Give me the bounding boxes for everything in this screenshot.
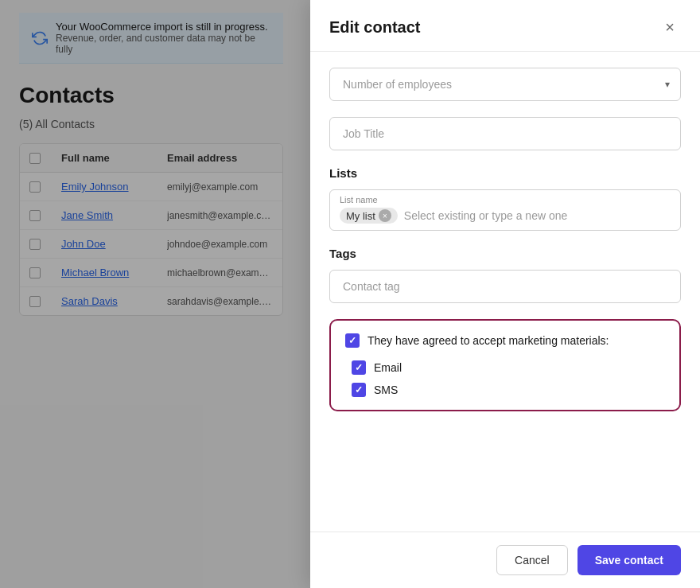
consent-sms-checkbox[interactable]	[352, 383, 366, 397]
tags-section: Tags	[329, 247, 681, 303]
list-name-inner: My list × Select existing or type a new …	[340, 208, 671, 224]
consent-sms-label: SMS	[374, 384, 398, 396]
list-tag-remove-button[interactable]: ×	[379, 209, 391, 222]
lists-section-label: Lists	[329, 166, 681, 180]
consent-main-row: They have agreed to accept marketing mat…	[345, 333, 665, 349]
consent-email-label: Email	[374, 361, 402, 374]
close-modal-button[interactable]: ×	[659, 16, 681, 38]
lists-section: Lists List name My list × Select existin…	[329, 166, 681, 231]
cancel-button[interactable]: Cancel	[496, 545, 568, 575]
consent-main-text: They have agreed to accept marketing mat…	[368, 333, 609, 349]
modal-footer: Cancel Save contact	[310, 532, 700, 588]
consent-main-checkbox[interactable]	[345, 333, 360, 348]
job-title-field	[329, 117, 681, 150]
modal-body: Number of employees ▾ Lists List name My…	[310, 52, 700, 532]
employees-select-wrapper: Number of employees ▾	[329, 68, 681, 101]
modal-header: Edit contact ×	[310, 0, 700, 52]
consent-email-row: Email	[345, 360, 665, 375]
list-name-field[interactable]: List name My list × Select existing or t…	[329, 189, 681, 231]
modal-title: Edit contact	[329, 18, 420, 37]
save-contact-button[interactable]: Save contact	[578, 545, 681, 575]
list-tag-text: My list	[346, 210, 375, 222]
contact-tag-input[interactable]	[329, 270, 681, 303]
edit-contact-modal: Edit contact × Number of employees ▾ Lis…	[310, 0, 700, 588]
employees-field: Number of employees ▾	[329, 68, 681, 101]
list-name-label: List name	[340, 195, 671, 204]
tags-section-label: Tags	[329, 247, 681, 260]
job-title-input[interactable]	[329, 117, 681, 150]
employees-select[interactable]: Number of employees	[329, 68, 681, 101]
consent-box: They have agreed to accept marketing mat…	[329, 319, 681, 411]
list-tag: My list ×	[340, 208, 398, 224]
consent-email-checkbox[interactable]	[352, 360, 366, 375]
list-name-placeholder: Select existing or type a new one	[404, 209, 567, 222]
consent-sms-row: SMS	[345, 383, 665, 397]
